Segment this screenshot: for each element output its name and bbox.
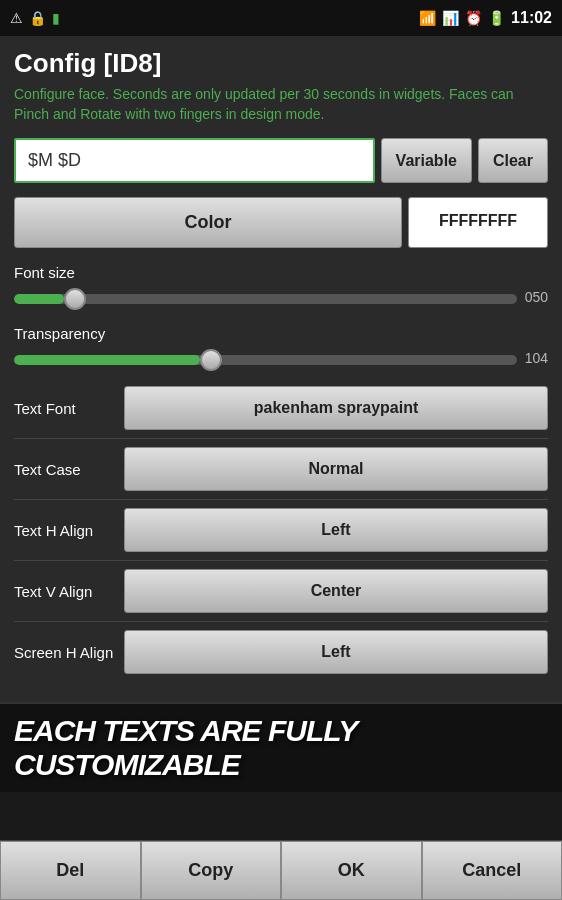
preview-text: Each Texts are fully customizable — [14, 714, 548, 782]
font-size-section: Font size 050 — [14, 264, 548, 313]
input-row: Variable Clear — [14, 138, 548, 183]
bottom-bar: Del Copy OK Cancel — [0, 840, 562, 900]
transparency-thumb[interactable] — [200, 349, 222, 371]
description-text: Configure face. Seconds are only updated… — [14, 85, 548, 124]
alarm-icon: ⏰ — [465, 10, 482, 26]
screen-h-align-label: Screen H Align — [14, 644, 124, 661]
text-v-align-row: Text V Align Center — [14, 569, 548, 622]
transparency-label: Transparency — [14, 325, 105, 342]
font-size-value: 050 — [525, 289, 548, 305]
transparency-section: Transparency 104 — [14, 325, 548, 374]
text-case-row: Text Case Normal — [14, 447, 548, 500]
text-case-label: Text Case — [14, 461, 124, 478]
lock-icon: 🔒 — [29, 10, 46, 26]
font-size-thumb[interactable] — [64, 288, 86, 310]
text-font-row: Text Font pakenham spraypaint — [14, 386, 548, 439]
transparency-track[interactable] — [14, 355, 517, 365]
clear-button[interactable]: Clear — [478, 138, 548, 183]
screen-h-align-button[interactable]: Left — [124, 630, 548, 674]
screen-h-align-row: Screen H Align Left — [14, 630, 548, 682]
transparency-value: 104 — [525, 350, 548, 366]
text-h-align-button[interactable]: Left — [124, 508, 548, 552]
copy-button[interactable]: Copy — [141, 841, 282, 900]
cancel-button[interactable]: Cancel — [422, 841, 563, 900]
status-icons-right: 📶 📊 ⏰ 🔋 11:02 — [419, 9, 552, 27]
variable-button[interactable]: Variable — [381, 138, 472, 183]
del-button[interactable]: Del — [0, 841, 141, 900]
ok-button[interactable]: OK — [281, 841, 422, 900]
main-content: Config [ID8] Configure face. Seconds are… — [0, 36, 562, 702]
expression-input[interactable] — [14, 138, 375, 183]
text-font-label: Text Font — [14, 400, 124, 417]
page-title: Config [ID8] — [14, 48, 548, 79]
transparency-fill — [14, 355, 200, 365]
font-size-fill — [14, 294, 64, 304]
battery-green-icon: ▮ — [52, 10, 60, 26]
sim-icon: 📊 — [442, 10, 459, 26]
battery-charging-icon: 🔋 — [488, 10, 505, 26]
warning-icon: ⚠ — [10, 10, 23, 26]
text-font-button[interactable]: pakenham spraypaint — [124, 386, 548, 430]
status-icons-left: ⚠ 🔒 ▮ — [10, 10, 60, 26]
wifi-icon: 📶 — [419, 10, 436, 26]
font-size-track[interactable] — [14, 294, 517, 304]
text-case-button[interactable]: Normal — [124, 447, 548, 491]
preview-area: Each Texts are fully customizable — [0, 702, 562, 792]
status-time: 11:02 — [511, 9, 552, 27]
color-hex-display: FFFFFFFF — [408, 197, 548, 248]
text-v-align-button[interactable]: Center — [124, 569, 548, 613]
color-picker-button[interactable]: Color — [14, 197, 402, 248]
text-h-align-row: Text H Align Left — [14, 508, 548, 561]
text-h-align-label: Text H Align — [14, 522, 124, 539]
status-bar: ⚠ 🔒 ▮ 📶 📊 ⏰ 🔋 11:02 — [0, 0, 562, 36]
color-row: Color FFFFFFFF — [14, 197, 548, 248]
font-size-label: Font size — [14, 264, 75, 281]
text-v-align-label: Text V Align — [14, 583, 124, 600]
